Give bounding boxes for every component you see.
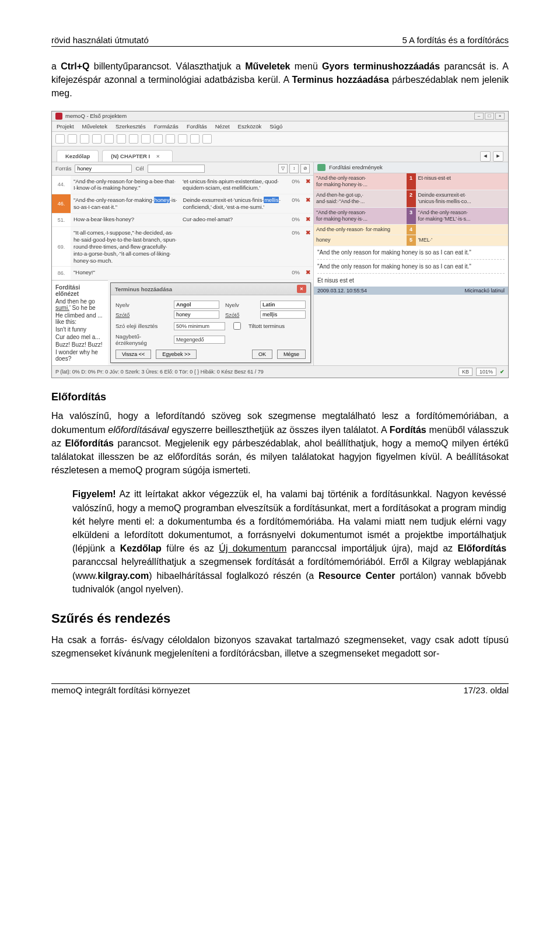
cel-input[interactable] <box>148 165 205 173</box>
close-button[interactable]: × <box>495 113 505 120</box>
source-cell[interactable]: How·a·bear·likes·honey? <box>71 214 180 226</box>
target-cell[interactable] <box>180 227 289 266</box>
tm-tgt <box>416 225 509 235</box>
menu-sugo[interactable]: Súgó <box>270 123 282 130</box>
szoto2-label: Szótő <box>225 312 254 318</box>
egyebek-button[interactable]: Egyebek >> <box>156 350 197 359</box>
toolbar-icon[interactable] <box>178 134 187 144</box>
szoto2-input[interactable] <box>260 310 306 319</box>
vissza-button[interactable]: Vissza << <box>116 350 151 359</box>
target-cell[interactable]: Deinde·exsurrexit·et·'unicus·finis·melli… <box>180 194 289 213</box>
footer-left: memoQ integrált fordítási környezet <box>51 685 190 695</box>
toolbar <box>52 132 508 146</box>
status-x-icon: ✖ <box>303 227 313 266</box>
toolbar-icon[interactable] <box>80 134 89 144</box>
toolbar-icon[interactable] <box>190 134 200 144</box>
tab-document[interactable]: (N) CHAPTER I × <box>102 150 173 162</box>
tab-kezdolap[interactable]: Kezdőlap <box>57 150 99 162</box>
tm-detail-line: "And the only reason for making honey is… <box>317 249 505 256</box>
tab-document-label: (N) CHAPTER I <box>111 153 150 159</box>
match-percent: 0% <box>289 267 303 280</box>
nav-back-icon[interactable]: ◄ <box>480 151 491 162</box>
toolbar-icon[interactable] <box>202 134 212 144</box>
grid-row-active[interactable]: 46. "And·the·only·reason·for·making·hone… <box>52 194 313 214</box>
p3-b2: Előfordítás <box>457 543 506 553</box>
tm-hit[interactable]: "And·the·only·reason· for·making·honey·i… <box>314 208 508 225</box>
tab-close-icon[interactable]: × <box>152 151 164 162</box>
window-title: memoQ - Első projektem <box>65 113 127 119</box>
case-select[interactable]: Megengedő <box>174 336 225 344</box>
toolbar-icon[interactable] <box>104 134 114 144</box>
tm-hit[interactable]: honey 5 'MEL·' <box>314 235 508 246</box>
filter-icon[interactable]: ▽ <box>278 164 288 173</box>
tm-tgt: Et·nisus·est·et <box>416 173 509 190</box>
grid-row[interactable]: 86. "Honey!" 0% ✖ <box>52 267 313 280</box>
toolbar-icon[interactable] <box>68 134 77 144</box>
forbid-checkbox[interactable] <box>233 322 241 330</box>
nyelv2-value: Latin <box>260 301 306 309</box>
minimize-button[interactable]: – <box>474 113 484 120</box>
szoto1-input[interactable] <box>174 310 219 319</box>
check-icon: ✔ <box>500 369 505 375</box>
toolbar-icon[interactable] <box>55 134 65 144</box>
dialog-title-text: Terminus hozzáadása <box>115 286 172 292</box>
page-footer: memoQ integrált fordítási környezet 17/2… <box>51 683 509 695</box>
szoto1-label: Szótő <box>116 312 168 318</box>
grid-row[interactable]: 44. "And·the·only·reason·for·being·a·bee… <box>52 176 313 195</box>
menu-muveletek[interactable]: Műveletek <box>82 123 107 130</box>
p3-u: Új dokumentum <box>219 543 286 553</box>
forras-label: Forrás <box>55 165 71 172</box>
toolbar-icon[interactable] <box>166 134 175 144</box>
clear-filter-icon[interactable]: ⊘ <box>300 164 310 173</box>
status-x-icon: ✖ <box>303 214 313 226</box>
target-cell[interactable]: 'et·unicus·finis·apium·existentiae,·quod… <box>180 176 289 194</box>
preview-line: Cur adeo mel a... <box>55 334 104 340</box>
tm-tgt: Deinde·exsurrexit·et· 'unicus·finis·mell… <box>416 190 509 207</box>
forras-input[interactable] <box>75 165 132 173</box>
nav-fwd-icon[interactable]: ► <box>493 151 503 162</box>
p1-t3: menü <box>290 61 323 71</box>
tm-hit[interactable]: "And·the·only·reason· for·making·honey·i… <box>314 173 508 191</box>
source-cell[interactable]: "And·the·only·reason·for·being·a·bee·tha… <box>71 176 180 194</box>
status-x-icon: ✖ <box>303 194 313 213</box>
maximize-button[interactable]: □ <box>485 113 494 120</box>
megse-button[interactable]: Mégse <box>277 350 306 359</box>
grid-row[interactable]: 69. "It·all·comes,·I·suppose,"·he·decide… <box>52 227 313 267</box>
grid-row[interactable]: 51. How·a·bear·likes·honey? Cur·adeo·mel… <box>52 214 313 227</box>
toolbar-icon[interactable] <box>141 134 150 144</box>
sort-icon[interactable]: ↕ <box>289 164 299 173</box>
menu-projekt[interactable]: Projekt <box>57 123 74 130</box>
terminus-dialog: Terminus hozzáadása × Nyelv Angol Nyelv … <box>110 282 311 363</box>
target-cell[interactable] <box>180 267 289 280</box>
tm-meta-row: 2009.03.12. 10:55:54 Micimackó latinul <box>314 287 508 295</box>
p2-b2: Előfordítás <box>65 438 114 448</box>
source-cell[interactable]: "Honey!" <box>71 267 180 280</box>
menu-formazas[interactable]: Formázás <box>154 123 178 130</box>
menu-eszkozok[interactable]: Eszközök <box>238 123 262 130</box>
preview-pane: Fordítási előnézet And then he gosumi.' … <box>52 280 108 365</box>
tm-hit[interactable]: And·the·only·reason· for·making 4 <box>314 225 508 235</box>
status-zoom[interactable]: 101% <box>476 368 496 376</box>
menu-szerkesztes[interactable]: Szerkesztés <box>116 123 146 130</box>
target-cell[interactable]: Cur·adeo·mel·amat? <box>180 214 289 226</box>
menu-nezet[interactable]: Nézet <box>215 123 230 130</box>
p2-b1: Fordítás <box>390 425 426 435</box>
toolbar-icon[interactable] <box>92 134 102 144</box>
dialog-close-icon[interactable]: × <box>297 285 306 293</box>
forbid-label: Tiltott terminus <box>249 323 285 329</box>
menu-forditas[interactable]: Fordítás <box>187 123 207 130</box>
source-cell[interactable]: "And·the·only·reason·for·making·honey·is… <box>71 194 180 213</box>
tm-header-label: Fordítási eredmények <box>329 164 383 170</box>
app-icon <box>55 113 62 120</box>
toolbar-icon[interactable] <box>129 134 138 144</box>
nyelv2-label: Nyelv <box>225 302 254 308</box>
tm-hit[interactable]: And·then·he·got·up,· and·said:·"And·the·… <box>314 190 508 208</box>
preview-line: Isn't it funny <box>55 326 104 333</box>
toolbar-icon[interactable] <box>117 134 126 144</box>
p1-t2: billentyűparancsot. Választhatjuk a <box>90 61 246 71</box>
source-cell[interactable]: "It·all·comes,·I·suppose,"·he·decided,·a… <box>71 227 180 266</box>
toolbar-icon[interactable] <box>153 134 163 144</box>
ok-button[interactable]: OK <box>252 350 272 359</box>
adj-select[interactable]: 50% minimum <box>174 322 225 330</box>
p3-lead: Figyelem! <box>72 489 116 499</box>
